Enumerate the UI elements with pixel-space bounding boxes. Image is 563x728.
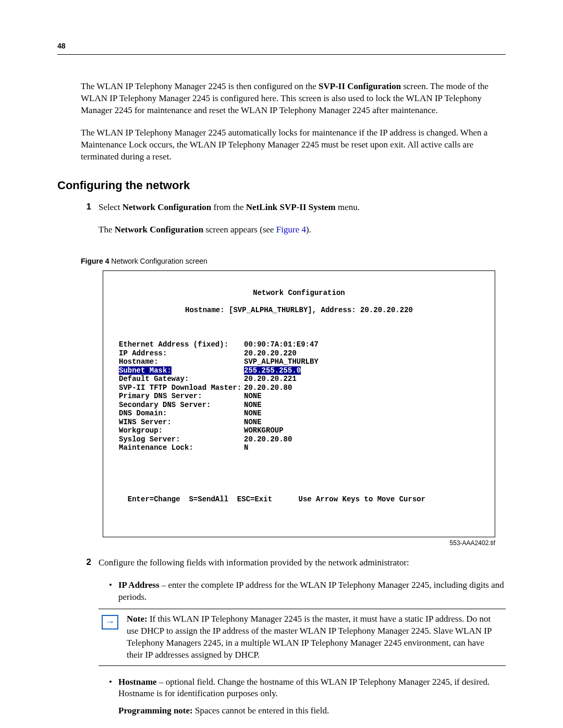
terminal-row: Default Gateway:20.20.20.221 bbox=[119, 375, 479, 384]
terminal-row: Ethernet Address (fixed):00:90:7A:01:E9:… bbox=[119, 340, 479, 349]
terminal-row: Hostname:SVP_ALPHA_THURLBY bbox=[119, 357, 479, 366]
step-2: 2 Configure the following fields with in… bbox=[81, 557, 506, 728]
terminal-row: DNS Domain:NONE bbox=[119, 409, 479, 418]
terminal-row: Subnet Mask:255.255.255.0 bbox=[119, 366, 479, 375]
bullet-ip-address: IP Address – enter the complete IP addre… bbox=[109, 579, 506, 603]
terminal-row: Secondary DNS Server:NONE bbox=[119, 401, 479, 410]
paragraph-2: The WLAN IP Telephony Manager 2245 autom… bbox=[81, 127, 506, 163]
page-number: 48 bbox=[57, 42, 506, 50]
header-rule bbox=[57, 54, 506, 55]
figure-4-link[interactable]: Figure 4 bbox=[276, 225, 306, 235]
terminal-row: Workgroup:WORKGROUP bbox=[119, 426, 479, 435]
terminal-row: Maintenance Lock:N bbox=[119, 443, 479, 452]
figure-id: 553-AAA2402.tif bbox=[81, 539, 495, 547]
section-heading: Configuring the network bbox=[57, 179, 506, 192]
note-arrow-icon: → bbox=[102, 615, 118, 630]
paragraph-1: The WLAN IP Telephony Manager 2245 is th… bbox=[81, 81, 506, 117]
terminal-screenshot: Network Configuration Hostname: [SVP_ALP… bbox=[103, 270, 495, 537]
figure-label: Figure 4 Network Configuration screen bbox=[81, 257, 506, 265]
terminal-row: Syslog Server:20.20.20.80 bbox=[119, 435, 479, 444]
terminal-row: IP Address:20.20.20.220 bbox=[119, 349, 479, 358]
step-1: 1 Select Network Configuration from the … bbox=[81, 202, 506, 246]
terminal-row: Primary DNS Server:NONE bbox=[119, 392, 479, 401]
bullet-hostname: Hostname – optional field. Change the ho… bbox=[109, 676, 506, 718]
terminal-row: SVP-II TFTP Download Master:20.20.20.80 bbox=[119, 384, 479, 392]
note-box: → Note: If this WLAN IP Telephony Manage… bbox=[99, 609, 506, 666]
terminal-row: WINS Server:NONE bbox=[119, 418, 479, 427]
